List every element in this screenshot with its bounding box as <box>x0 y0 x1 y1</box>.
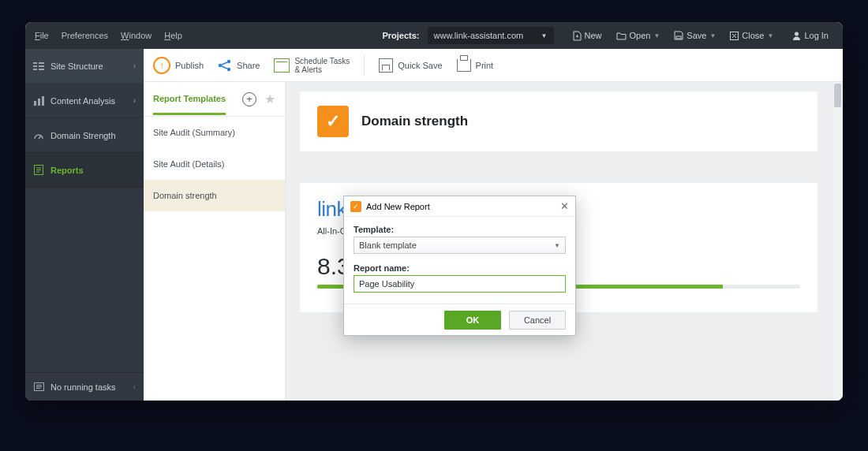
save-icon <box>674 31 683 40</box>
ok-button[interactable]: OK <box>444 311 501 330</box>
sidebar-item-domain-strength[interactable]: Domain Strength <box>25 118 144 153</box>
modal-title: Add New Report <box>366 202 430 211</box>
sidebar-footer[interactable]: No running tasks ‹ <box>25 372 144 401</box>
toolbar-divider <box>364 55 365 76</box>
svg-point-2 <box>795 32 799 36</box>
scrollbar[interactable] <box>832 82 843 401</box>
upload-icon: ↑ <box>153 57 170 74</box>
chevron-down-icon: ▼ <box>709 32 716 39</box>
share-icon <box>218 59 232 72</box>
chevron-down-icon: ▼ <box>554 242 560 249</box>
svg-point-16 <box>227 67 230 70</box>
sidebar-item-site-structure[interactable]: Site Structure › <box>25 49 144 84</box>
printer-icon <box>457 59 471 72</box>
chevron-right-icon: › <box>133 96 136 105</box>
svg-point-15 <box>227 59 230 62</box>
schedule-label-2: & Alerts <box>294 65 350 74</box>
add-template-button[interactable]: + <box>242 92 256 106</box>
chevron-right-icon: › <box>133 62 136 70</box>
print-button[interactable]: Print <box>457 59 494 72</box>
cancel-button[interactable]: Cancel <box>509 311 566 330</box>
svg-rect-0 <box>676 36 681 39</box>
sidebar-item-label: Content Analysis <box>51 96 115 106</box>
sidebar-item-label: Site Structure <box>51 62 103 71</box>
quick-save-button[interactable]: Quick Save <box>379 58 442 73</box>
template-field-label: Template: <box>354 225 566 234</box>
sidebar-item-content-analysis[interactable]: Content Analysis › <box>25 84 144 118</box>
user-icon <box>792 31 801 40</box>
svg-rect-11 <box>42 96 44 106</box>
svg-rect-9 <box>34 101 36 106</box>
sidebar: Site Structure › Content Analysis › Doma… <box>25 49 144 401</box>
toolbar: ↑ Publish Share Schedule Tasks & Alerts <box>144 49 843 82</box>
calendar-icon <box>274 58 290 73</box>
schedule-label-1: Schedule Tasks <box>294 57 350 65</box>
template-item[interactable]: Site Audit (Details) <box>144 148 285 180</box>
svg-rect-3 <box>33 62 37 64</box>
report-header: ✓ Domain strength <box>300 91 817 151</box>
name-field-label: Report name: <box>354 263 566 273</box>
add-report-modal: ✓ Add New Report ✕ Template: Blank templ… <box>343 196 576 336</box>
svg-rect-8 <box>39 69 44 70</box>
menubar: File Preferences Window Help Projects: w… <box>25 22 843 49</box>
file-plus-icon <box>573 31 582 41</box>
publish-button[interactable]: ↑ Publish <box>153 57 204 74</box>
save-button[interactable]: Save ▼ <box>669 31 720 40</box>
template-select[interactable]: Blank template ▼ <box>354 237 566 254</box>
sidebar-item-label: Domain Strength <box>51 131 116 140</box>
open-button[interactable]: Open ▼ <box>612 31 665 40</box>
menu-help[interactable]: Help <box>164 31 182 40</box>
close-button[interactable]: Close ▼ <box>725 31 778 40</box>
sidebar-item-reports[interactable]: Reports <box>25 153 144 188</box>
svg-rect-4 <box>33 65 37 67</box>
star-icon[interactable]: ★ <box>264 91 275 106</box>
footer-label: No running tasks <box>51 382 116 392</box>
modal-icon: ✓ <box>350 201 361 212</box>
chevron-down-icon: ▼ <box>767 32 773 39</box>
templates-header[interactable]: Report Templates <box>153 94 226 115</box>
checkmark-icon: ✓ <box>317 106 349 137</box>
sidebar-item-label: Reports <box>51 166 84 175</box>
template-item[interactable]: Domain strength <box>144 180 285 211</box>
structure-icon <box>33 61 44 72</box>
share-button[interactable]: Share <box>218 59 260 72</box>
collapse-icon[interactable]: ‹ <box>133 382 136 391</box>
project-selected-value: www.link-assistant.com <box>434 31 524 40</box>
close-icon[interactable]: ✕ <box>560 200 569 212</box>
chart-icon <box>33 95 44 106</box>
folder-open-icon <box>616 32 627 40</box>
template-item[interactable]: Site Audit (Summary) <box>144 117 285 148</box>
report-title: Domain strength <box>361 114 468 129</box>
svg-point-14 <box>219 63 222 66</box>
svg-rect-5 <box>33 69 37 70</box>
close-icon <box>730 32 739 40</box>
svg-rect-6 <box>39 62 44 64</box>
chevron-down-icon: ▼ <box>541 32 548 39</box>
project-select[interactable]: www.link-assistant.com ▼ <box>428 27 554 44</box>
schedule-button[interactable]: Schedule Tasks & Alerts <box>274 57 350 74</box>
templates-panel: Report Templates + ★ Site Audit (Summary… <box>144 82 286 401</box>
svg-rect-10 <box>38 99 40 106</box>
scrollbar-thumb[interactable] <box>834 84 841 107</box>
gauge-icon <box>33 130 44 141</box>
menu-file[interactable]: File <box>35 31 49 40</box>
reports-icon <box>33 165 44 176</box>
svg-rect-7 <box>39 65 44 67</box>
chevron-down-icon: ▼ <box>653 32 660 39</box>
template-select-value: Blank template <box>359 240 417 250</box>
login-button[interactable]: Log In <box>788 31 833 40</box>
projects-label: Projects: <box>382 31 419 40</box>
new-button[interactable]: New <box>568 31 607 41</box>
report-name-input[interactable] <box>354 275 566 293</box>
menu-preferences[interactable]: Preferences <box>62 31 108 40</box>
menu-window[interactable]: Window <box>121 31 152 40</box>
tasks-icon <box>33 382 44 393</box>
disk-icon <box>379 58 393 73</box>
